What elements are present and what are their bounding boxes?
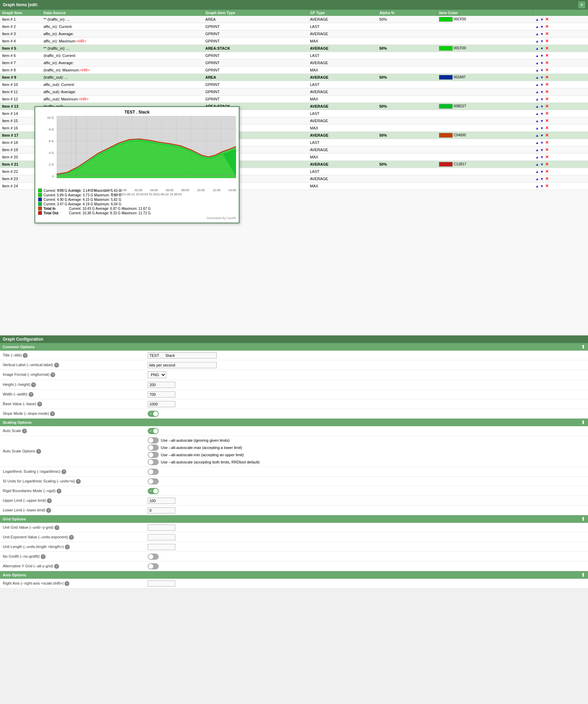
move-up-button[interactable]: ▲ bbox=[535, 39, 539, 43]
delete-button[interactable]: ✕ bbox=[545, 104, 549, 109]
move-up-button[interactable]: ▲ bbox=[535, 32, 539, 36]
move-down-button[interactable]: ▼ bbox=[540, 68, 544, 72]
move-down-button[interactable]: ▼ bbox=[540, 53, 544, 58]
section-header[interactable]: Grid Options⬆ bbox=[0, 515, 588, 523]
config-text-input-sm[interactable] bbox=[148, 580, 175, 587]
item-name[interactable]: Item # 2 bbox=[0, 23, 41, 30]
item-name[interactable]: Item # 6 bbox=[0, 52, 41, 59]
delete-button[interactable]: ✕ bbox=[545, 89, 549, 95]
delete-button[interactable]: ✕ bbox=[545, 183, 549, 189]
help-icon[interactable]: ? bbox=[50, 372, 55, 377]
move-up-button[interactable]: ▲ bbox=[535, 184, 539, 188]
delete-button[interactable]: ✕ bbox=[545, 67, 549, 73]
move-down-button[interactable]: ▼ bbox=[540, 104, 544, 109]
help-icon[interactable]: ? bbox=[50, 411, 55, 416]
move-up-button[interactable]: ▲ bbox=[535, 17, 539, 22]
move-up-button[interactable]: ▲ bbox=[535, 133, 539, 138]
config-text-input[interactable] bbox=[148, 352, 217, 359]
move-up-button[interactable]: ▲ bbox=[535, 119, 539, 123]
delete-button[interactable]: ✕ bbox=[545, 46, 549, 51]
move-down-button[interactable]: ▼ bbox=[540, 97, 544, 101]
move-up-button[interactable]: ▲ bbox=[535, 25, 539, 29]
move-up-button[interactable]: ▲ bbox=[535, 82, 539, 87]
delete-button[interactable]: ✕ bbox=[545, 82, 549, 87]
move-down-button[interactable]: ▼ bbox=[540, 61, 544, 65]
item-name[interactable]: Item # 12 bbox=[0, 96, 41, 103]
move-down-button[interactable]: ▼ bbox=[540, 39, 544, 43]
help-icon[interactable]: ? bbox=[41, 554, 46, 559]
help-icon[interactable]: ? bbox=[61, 469, 66, 474]
move-down-button[interactable]: ▼ bbox=[540, 90, 544, 94]
delete-button[interactable]: ✕ bbox=[545, 31, 549, 37]
help-icon[interactable]: ? bbox=[37, 402, 42, 407]
delete-button[interactable]: ✕ bbox=[545, 162, 549, 167]
toggle-button[interactable] bbox=[148, 478, 159, 485]
move-down-button[interactable]: ▼ bbox=[540, 140, 544, 145]
help-icon[interactable]: ? bbox=[29, 392, 33, 397]
delete-button[interactable]: ✕ bbox=[545, 125, 549, 131]
section-header[interactable]: Axis Options⬆ bbox=[0, 571, 588, 579]
help-icon[interactable]: ? bbox=[65, 581, 69, 586]
move-up-button[interactable]: ▲ bbox=[535, 111, 539, 116]
move-down-button[interactable]: ▼ bbox=[540, 82, 544, 87]
config-text-input-sm[interactable] bbox=[148, 498, 175, 504]
help-icon[interactable]: ? bbox=[36, 449, 41, 454]
move-up-button[interactable]: ▲ bbox=[535, 90, 539, 94]
toggle-button[interactable]: ✓ bbox=[148, 411, 159, 417]
move-up-button[interactable]: ▲ bbox=[535, 68, 539, 72]
move-down-button[interactable]: ▼ bbox=[540, 46, 544, 51]
config-text-input[interactable] bbox=[148, 362, 217, 368]
move-down-button[interactable]: ▼ bbox=[540, 126, 544, 130]
move-up-button[interactable]: ▲ bbox=[535, 97, 539, 101]
move-down-button[interactable]: ▼ bbox=[540, 17, 544, 22]
config-text-input-sm[interactable] bbox=[148, 544, 175, 550]
delete-button[interactable]: ✕ bbox=[545, 154, 549, 160]
autoscale-toggle[interactable] bbox=[148, 452, 159, 458]
move-down-button[interactable]: ▼ bbox=[540, 155, 544, 159]
config-text-input-sm[interactable] bbox=[148, 382, 175, 388]
delete-button[interactable]: ✕ bbox=[545, 169, 549, 174]
move-up-button[interactable]: ▲ bbox=[535, 155, 539, 159]
help-icon[interactable]: ? bbox=[69, 535, 74, 540]
config-select[interactable]: PNGSVGPDF bbox=[148, 371, 166, 378]
delete-button[interactable]: ✕ bbox=[545, 75, 549, 80]
autoscale-toggle[interactable] bbox=[148, 437, 159, 443]
delete-button[interactable]: ✕ bbox=[545, 140, 549, 145]
move-up-button[interactable]: ▲ bbox=[535, 61, 539, 65]
move-down-button[interactable]: ▼ bbox=[540, 162, 544, 167]
delete-button[interactable]: ✕ bbox=[545, 17, 549, 22]
move-up-button[interactable]: ▲ bbox=[535, 104, 539, 109]
item-name[interactable]: Item # 9 bbox=[0, 74, 41, 81]
config-text-input-sm[interactable] bbox=[148, 401, 175, 407]
help-icon[interactable]: ? bbox=[22, 429, 27, 433]
item-name[interactable]: Item # 1 bbox=[0, 16, 41, 23]
toggle-button[interactable] bbox=[148, 469, 159, 475]
item-name[interactable]: Item # 8 bbox=[0, 67, 41, 74]
delete-button[interactable]: ✕ bbox=[545, 147, 549, 153]
config-text-input-sm[interactable] bbox=[148, 391, 175, 398]
delete-button[interactable]: ✕ bbox=[545, 53, 549, 58]
help-icon[interactable]: ? bbox=[23, 353, 28, 358]
move-down-button[interactable]: ▼ bbox=[540, 184, 544, 188]
item-name[interactable]: Item # 11 bbox=[0, 88, 41, 96]
move-down-button[interactable]: ▼ bbox=[540, 177, 544, 181]
item-name[interactable]: Item # 4 bbox=[0, 38, 41, 45]
move-down-button[interactable]: ▼ bbox=[540, 32, 544, 36]
move-up-button[interactable]: ▲ bbox=[535, 46, 539, 51]
item-name[interactable]: Item # 10 bbox=[0, 81, 41, 88]
item-name[interactable]: Item # 7 bbox=[0, 59, 41, 67]
help-icon[interactable]: ? bbox=[65, 545, 70, 549]
move-up-button[interactable]: ▲ bbox=[535, 177, 539, 181]
autoscale-toggle[interactable] bbox=[148, 444, 159, 451]
move-up-button[interactable]: ▲ bbox=[535, 126, 539, 130]
autoscale-toggle[interactable] bbox=[148, 459, 159, 465]
section-header[interactable]: Common Options⬆ bbox=[0, 343, 588, 351]
move-up-button[interactable]: ▲ bbox=[535, 140, 539, 145]
toggle-button[interactable]: ✓ bbox=[148, 488, 159, 494]
item-name[interactable]: Item # 3 bbox=[0, 30, 41, 38]
delete-button[interactable]: ✕ bbox=[545, 60, 549, 66]
delete-button[interactable]: ✕ bbox=[545, 96, 549, 102]
move-up-button[interactable]: ▲ bbox=[535, 148, 539, 152]
move-down-button[interactable]: ▼ bbox=[540, 25, 544, 29]
config-text-input-sm[interactable] bbox=[148, 507, 175, 514]
